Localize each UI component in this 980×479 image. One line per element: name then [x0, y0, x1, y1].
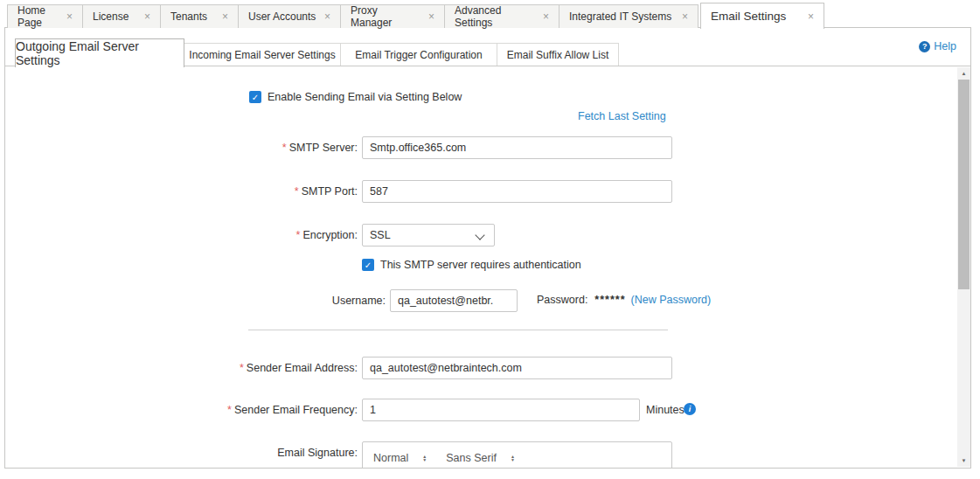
tab-label: User Accounts — [248, 10, 316, 23]
scrollbar-thumb[interactable] — [958, 80, 970, 289]
tab-advanced-settings[interactable]: Advanced Settings × — [444, 4, 560, 28]
required-asterisk: * — [282, 142, 287, 154]
tab-incoming-email-server-settings[interactable]: Incoming Email Server Settings — [184, 43, 341, 66]
tab-label: Proxy Manager — [351, 4, 421, 29]
signature-style-select[interactable]: Normal — [373, 452, 408, 464]
tab-label: Email Settings — [711, 10, 786, 23]
smtp-server-input[interactable] — [362, 136, 672, 159]
tab-label: Integrated IT Systems — [569, 10, 671, 23]
inner-tabs-group: Incoming Email Server Settings Email Tri… — [184, 43, 619, 66]
email-settings-page: Home Page × License × Tenants × User Acc… — [0, 0, 980, 479]
close-icon[interactable]: × — [808, 11, 814, 22]
enable-email-label: Enable Sending Email via Setting Below — [268, 91, 462, 103]
info-icon[interactable]: i — [684, 403, 696, 415]
tab-integrated-it-systems[interactable]: Integrated IT Systems × — [559, 4, 699, 28]
close-icon[interactable]: × — [222, 11, 228, 22]
tab-email-suffix-allow-list[interactable]: Email Suffix Allow List — [497, 43, 619, 66]
required-asterisk: * — [296, 229, 301, 241]
email-settings-panel: Outgoing Email Server Settings Incoming … — [4, 27, 971, 469]
smtp-port-label: *SMTP Port: — [5, 180, 358, 203]
smtp-port-input[interactable] — [362, 180, 672, 203]
tab-user-accounts[interactable]: User Accounts × — [238, 4, 341, 28]
checkmark-icon: ✓ — [365, 260, 372, 270]
required-asterisk: * — [295, 185, 299, 198]
signature-font-select[interactable]: Sans Serif — [446, 452, 497, 464]
password-masked-value: ****** — [594, 294, 625, 306]
label-text: SMTP Port: — [302, 185, 358, 198]
tab-label: License — [93, 10, 129, 23]
close-icon[interactable]: × — [66, 11, 73, 22]
tab-label: Incoming Email Server Settings — [189, 49, 335, 61]
requires-auth-checkbox-row: ✓ This SMTP server requires authenticati… — [362, 259, 581, 271]
enable-email-checkbox-row: ✓ Enable Sending Email via Setting Below — [249, 91, 462, 103]
tab-label: Home Page — [17, 4, 59, 29]
help-label: Help — [934, 40, 956, 52]
email-signature-editor[interactable]: Normal ▲ ▼ Sans Serif ▲ ▼ — [362, 441, 672, 469]
smtp-server-label: *SMTP Server: — [5, 136, 358, 159]
scroll-down-arrow-icon[interactable]: ▼ — [957, 455, 970, 467]
fetch-last-setting-link[interactable]: Fetch Last Setting — [578, 110, 666, 122]
frequency-unit-label: Minutes — [646, 399, 685, 421]
encryption-selected-value: SSL — [370, 229, 391, 241]
sender-email-address-label: *Sender Email Address: — [5, 357, 358, 379]
updown-arrows-icon: ▲ ▼ — [422, 455, 427, 462]
close-icon[interactable]: × — [324, 11, 330, 22]
tab-label: Advanced Settings — [455, 4, 536, 29]
label-text: Sender Email Frequency: — [234, 404, 358, 416]
username-label: Username: — [5, 289, 386, 312]
tab-outgoing-email-server-settings[interactable]: Outgoing Email Server Settings — [15, 38, 184, 67]
close-icon[interactable]: × — [144, 11, 150, 22]
tab-home-page[interactable]: Home Page × — [7, 4, 83, 28]
help-link[interactable]: ? Help — [919, 40, 956, 52]
checkmark-icon: ✓ — [252, 93, 259, 102]
tab-email-settings[interactable]: Email Settings × — [700, 3, 824, 29]
updown-arrows-icon: ▲ ▼ — [511, 455, 515, 462]
encryption-select[interactable]: SSL — [362, 224, 495, 246]
new-password-link[interactable]: (New Password) — [631, 294, 712, 306]
help-icon: ? — [919, 41, 930, 52]
tab-label: Tenants — [170, 10, 207, 23]
enable-email-checkbox[interactable]: ✓ — [249, 91, 261, 103]
close-icon[interactable]: × — [543, 11, 549, 22]
close-icon[interactable]: × — [682, 11, 688, 22]
username-input[interactable] — [390, 289, 518, 312]
label-text: SMTP Server: — [289, 142, 358, 154]
vertical-scrollbar[interactable]: ▲ ▼ — [957, 67, 970, 467]
arrow-down-icon: ▼ — [511, 458, 515, 462]
required-asterisk: * — [240, 362, 244, 374]
signature-toolbar: Normal ▲ ▼ Sans Serif ▲ ▼ — [363, 442, 671, 464]
close-icon[interactable]: × — [428, 11, 434, 22]
tab-email-trigger-configuration[interactable]: Email Trigger Configuration — [340, 43, 497, 66]
required-asterisk: * — [227, 404, 232, 416]
section-divider — [248, 330, 668, 330]
tab-label: Email Suffix Allow List — [507, 49, 609, 61]
password-label: Password: — [537, 294, 587, 306]
scroll-up-arrow-icon[interactable]: ▲ — [957, 67, 970, 80]
encryption-label: *Encryption: — [5, 224, 358, 246]
tab-tenants[interactable]: Tenants × — [160, 4, 239, 28]
email-signature-label: Email Signature: — [5, 441, 358, 464]
tab-label: Email Trigger Configuration — [355, 49, 482, 61]
sender-email-frequency-input[interactable] — [362, 399, 640, 421]
chevron-down-icon — [475, 230, 484, 240]
tab-proxy-manager[interactable]: Proxy Manager × — [340, 4, 445, 28]
requires-auth-label: This SMTP server requires authentication — [380, 259, 581, 271]
label-text: Encryption: — [302, 229, 358, 241]
arrow-down-icon: ▼ — [422, 458, 427, 462]
requires-auth-checkbox[interactable]: ✓ — [362, 259, 374, 271]
label-text: Sender Email Address: — [247, 362, 358, 374]
tab-license[interactable]: License × — [82, 4, 161, 28]
outer-tab-bar: Home Page × License × Tenants × User Acc… — [7, 0, 824, 28]
tab-label: Outgoing Email Server Settings — [16, 39, 184, 67]
sender-email-address-input[interactable] — [362, 357, 672, 379]
sender-email-frequency-label: *Sender Email Frequency: — [5, 399, 358, 421]
password-row: Password: ****** (New Password) — [537, 294, 711, 306]
